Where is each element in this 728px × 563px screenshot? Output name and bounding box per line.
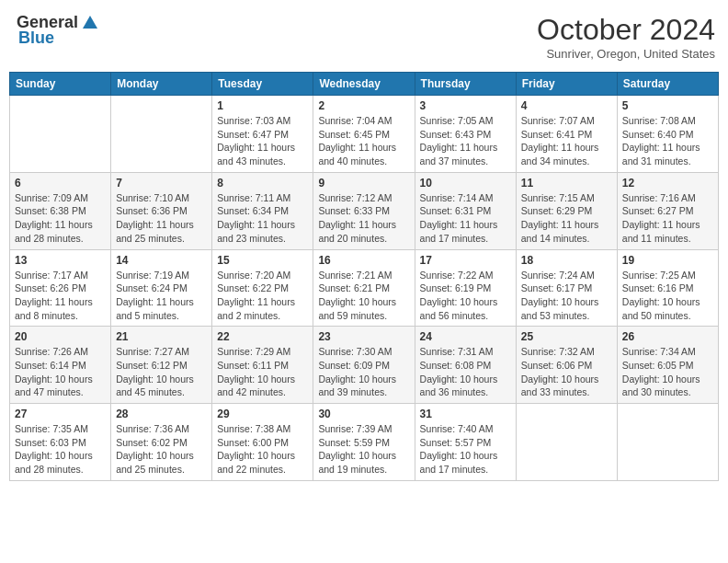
cell-content: Sunrise: 7:40 AMSunset: 5:57 PMDaylight:…	[420, 422, 511, 477]
cell-line: Daylight: 11 hours and 5 minutes.	[116, 296, 194, 321]
day-number: 29	[217, 408, 308, 420]
day-number: 22	[217, 330, 308, 343]
cell-line: Daylight: 10 hours and 33 minutes.	[521, 373, 599, 398]
calendar-cell	[111, 96, 212, 173]
calendar-cell	[10, 96, 111, 173]
calendar-table: SundayMondayTuesdayWednesdayThursdayFrid…	[9, 72, 719, 481]
cell-line: Sunrise: 7:21 AM	[318, 270, 392, 281]
calendar-cell	[617, 404, 718, 481]
cell-content: Sunrise: 7:31 AMSunset: 6:08 PMDaylight:…	[420, 345, 511, 399]
cell-line: Daylight: 11 hours and 28 minutes.	[15, 219, 93, 244]
cell-line: Sunset: 6:11 PM	[217, 360, 289, 371]
cell-line: Sunrise: 7:16 AM	[622, 192, 696, 203]
cell-line: Sunrise: 7:22 AM	[420, 270, 494, 281]
cell-line: Daylight: 10 hours and 36 minutes.	[420, 373, 498, 398]
cell-line: Daylight: 10 hours and 42 minutes.	[217, 373, 295, 398]
calendar-cell	[516, 404, 617, 481]
cell-line: Sunrise: 7:09 AM	[15, 192, 88, 203]
cell-line: Sunset: 6:02 PM	[116, 437, 188, 448]
cell-line: Sunrise: 7:26 AM	[15, 346, 88, 357]
cell-line: Sunrise: 7:34 AM	[622, 346, 696, 357]
cell-line: Sunset: 6:12 PM	[116, 360, 188, 371]
cell-content: Sunrise: 7:39 AMSunset: 5:59 PMDaylight:…	[318, 422, 409, 477]
calendar-cell: 19Sunrise: 7:25 AMSunset: 6:16 PMDayligh…	[617, 249, 718, 327]
cell-line: Sunrise: 7:14 AM	[420, 192, 494, 203]
cell-line: Daylight: 10 hours and 50 minutes.	[622, 296, 700, 321]
calendar-cell: 26Sunrise: 7:34 AMSunset: 6:05 PMDayligh…	[617, 327, 718, 404]
cell-line: Sunrise: 7:38 AM	[217, 423, 290, 434]
cell-line: Sunset: 6:40 PM	[622, 129, 694, 140]
cell-line: Daylight: 10 hours and 56 minutes.	[420, 296, 498, 321]
cell-content: Sunrise: 7:36 AMSunset: 6:02 PMDaylight:…	[116, 422, 207, 477]
cell-line: Daylight: 10 hours and 47 minutes.	[15, 373, 93, 398]
cell-line: Sunrise: 7:17 AM	[15, 270, 88, 281]
cell-content: Sunrise: 7:04 AMSunset: 6:45 PMDaylight:…	[318, 114, 409, 168]
day-of-week-header: Monday	[111, 73, 212, 96]
cell-line: Sunset: 6:47 PM	[217, 129, 289, 140]
cell-line: Sunset: 6:43 PM	[420, 129, 492, 140]
calendar-cell: 3Sunrise: 7:05 AMSunset: 6:43 PMDaylight…	[415, 96, 516, 173]
cell-content: Sunrise: 7:32 AMSunset: 6:06 PMDaylight:…	[521, 345, 612, 399]
month-title: October 2024	[537, 13, 715, 47]
cell-line: Daylight: 11 hours and 14 minutes.	[521, 219, 599, 244]
cell-line: Daylight: 11 hours and 37 minutes.	[420, 142, 498, 167]
cell-line: Daylight: 10 hours and 45 minutes.	[116, 373, 194, 398]
calendar-cell: 15Sunrise: 7:20 AMSunset: 6:22 PMDayligh…	[212, 249, 313, 327]
cell-line: Sunset: 6:21 PM	[318, 282, 390, 293]
calendar-cell: 22Sunrise: 7:29 AMSunset: 6:11 PMDayligh…	[212, 327, 313, 404]
cell-line: Sunrise: 7:32 AM	[521, 346, 595, 357]
calendar-cell: 29Sunrise: 7:38 AMSunset: 6:00 PMDayligh…	[212, 404, 313, 481]
cell-line: Sunrise: 7:20 AM	[217, 270, 290, 281]
cell-line: Sunset: 6:22 PM	[217, 282, 289, 293]
calendar-week-row: 27Sunrise: 7:35 AMSunset: 6:03 PMDayligh…	[10, 404, 719, 481]
day-number: 4	[521, 99, 612, 112]
cell-line: Sunset: 6:45 PM	[318, 129, 390, 140]
cell-line: Sunset: 6:34 PM	[217, 205, 289, 216]
cell-content: Sunrise: 7:35 AMSunset: 6:03 PMDaylight:…	[15, 422, 106, 477]
cell-line: Sunrise: 7:39 AM	[318, 423, 392, 434]
cell-line: Daylight: 11 hours and 25 minutes.	[116, 219, 194, 244]
day-number: 14	[116, 254, 207, 267]
calendar-cell: 12Sunrise: 7:16 AMSunset: 6:27 PMDayligh…	[617, 172, 718, 249]
day-number: 17	[420, 254, 511, 267]
cell-line: Sunrise: 7:04 AM	[318, 115, 392, 126]
cell-line: Daylight: 10 hours and 30 minutes.	[622, 373, 700, 398]
calendar-cell: 21Sunrise: 7:27 AMSunset: 6:12 PMDayligh…	[111, 327, 212, 404]
day-number: 6	[15, 177, 106, 190]
day-number: 9	[318, 177, 409, 190]
calendar-week-row: 1Sunrise: 7:03 AMSunset: 6:47 PMDaylight…	[10, 96, 719, 173]
cell-content: Sunrise: 7:17 AMSunset: 6:26 PMDaylight:…	[15, 269, 106, 323]
cell-line: Daylight: 11 hours and 43 minutes.	[217, 142, 295, 167]
cell-line: Daylight: 11 hours and 23 minutes.	[217, 219, 295, 244]
cell-line: Daylight: 11 hours and 8 minutes.	[15, 296, 93, 321]
calendar-week-row: 13Sunrise: 7:17 AMSunset: 6:26 PMDayligh…	[10, 249, 719, 327]
calendar-cell: 11Sunrise: 7:15 AMSunset: 6:29 PMDayligh…	[516, 172, 617, 249]
day-of-week-header: Saturday	[617, 73, 718, 96]
day-number: 11	[521, 177, 612, 190]
cell-content: Sunrise: 7:22 AMSunset: 6:19 PMDaylight:…	[420, 269, 511, 323]
logo-icon	[81, 14, 99, 32]
cell-line: Sunrise: 7:25 AM	[622, 270, 696, 281]
cell-line: Sunset: 6:38 PM	[15, 205, 86, 216]
calendar-cell: 1Sunrise: 7:03 AMSunset: 6:47 PMDaylight…	[212, 96, 313, 173]
calendar-cell: 13Sunrise: 7:17 AMSunset: 6:26 PMDayligh…	[10, 249, 111, 327]
calendar-cell: 18Sunrise: 7:24 AMSunset: 6:17 PMDayligh…	[516, 249, 617, 327]
cell-line: Sunrise: 7:29 AM	[217, 346, 290, 357]
cell-line: Sunset: 6:14 PM	[15, 360, 86, 371]
cell-content: Sunrise: 7:09 AMSunset: 6:38 PMDaylight:…	[15, 191, 106, 246]
day-number: 31	[420, 408, 511, 420]
cell-line: Sunrise: 7:30 AM	[318, 346, 392, 357]
cell-line: Sunset: 6:33 PM	[318, 205, 390, 216]
cell-line: Sunrise: 7:35 AM	[15, 423, 88, 434]
cell-line: Daylight: 10 hours and 17 minutes.	[420, 450, 498, 475]
cell-line: Sunset: 6:05 PM	[622, 360, 694, 371]
cell-line: Sunset: 6:17 PM	[521, 282, 593, 293]
cell-line: Sunset: 6:27 PM	[622, 205, 694, 216]
cell-line: Sunrise: 7:05 AM	[420, 115, 494, 126]
day-number: 30	[318, 408, 409, 420]
cell-line: Daylight: 10 hours and 28 minutes.	[15, 450, 93, 475]
cell-content: Sunrise: 7:30 AMSunset: 6:09 PMDaylight:…	[318, 345, 409, 399]
cell-content: Sunrise: 7:21 AMSunset: 6:21 PMDaylight:…	[318, 269, 409, 323]
calendar-cell: 30Sunrise: 7:39 AMSunset: 5:59 PMDayligh…	[313, 404, 415, 481]
cell-line: Sunrise: 7:15 AM	[521, 192, 595, 203]
